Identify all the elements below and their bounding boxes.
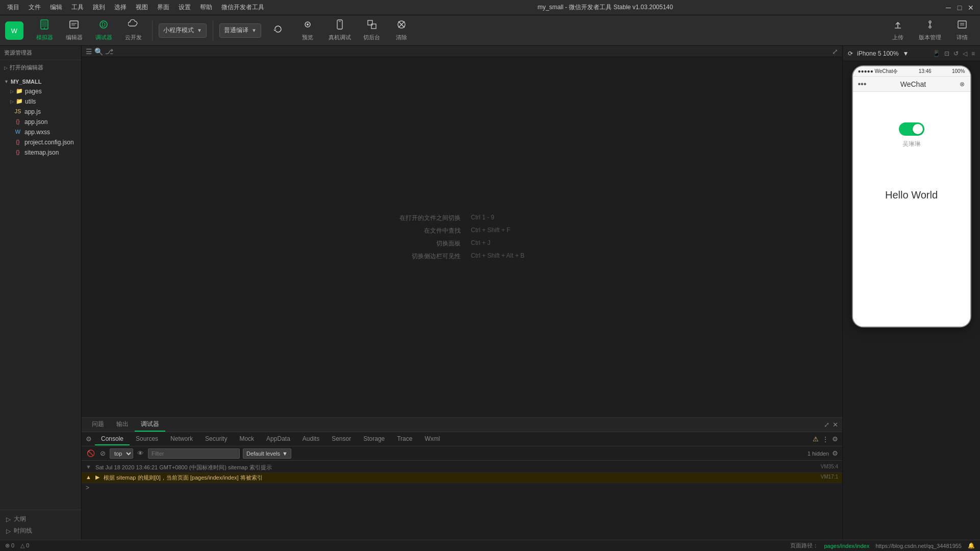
toggle-switch[interactable]: [899, 122, 924, 136]
menu-icon[interactable]: ≡: [971, 50, 975, 57]
sidebar-toggle-icon[interactable]: ☰: [86, 47, 92, 56]
sidebar-outline[interactable]: ▷ 大纲: [4, 513, 77, 525]
rotate-icon[interactable]: ⟳: [848, 50, 853, 57]
right-panel: ⟳ iPhone 5 100% ▼ 📱 ⊡ ↺ ◁ ≡ ●●●●● WeChat…: [842, 46, 980, 540]
levels-dropdown[interactable]: Default levels ▼: [243, 448, 291, 459]
devtools-tab-console[interactable]: Console: [95, 433, 130, 445]
tab-issues[interactable]: 问题: [86, 418, 110, 432]
filter-input[interactable]: [148, 448, 240, 459]
pages-folder[interactable]: ▷ 📁 pages: [6, 86, 81, 96]
sitemap-file-icon: {}: [14, 149, 21, 156]
toolbar-separator-1: [152, 20, 153, 41]
device-arrow-icon[interactable]: ▼: [902, 50, 909, 57]
compile-dropdown[interactable]: 普通编译 ▼: [219, 23, 261, 38]
phone-icon[interactable]: 📱: [933, 50, 940, 57]
details-button[interactable]: 详情: [949, 17, 975, 43]
clear-button[interactable]: 清除: [389, 17, 414, 43]
tab-debugger[interactable]: 调试器: [135, 418, 165, 432]
devtools-tab-mock[interactable]: Mock: [233, 433, 260, 445]
close-button[interactable]: ✕: [967, 4, 975, 12]
nav-back-icon[interactable]: ◁: [963, 50, 967, 57]
project-root[interactable]: ▼ MY_SMALL: [0, 77, 81, 86]
menu-select[interactable]: 选择: [112, 2, 129, 13]
cut-panel-button[interactable]: 切后台: [359, 17, 385, 43]
devtools-more-icon[interactable]: ⋮: [822, 435, 829, 443]
eye-icon[interactable]: 👁: [136, 448, 145, 458]
devtools-tab-sensor[interactable]: Sensor: [325, 433, 357, 445]
menu-settings[interactable]: 设置: [177, 2, 193, 13]
timeline-label: 时间线: [14, 527, 32, 535]
devtools-settings-icon[interactable]: ⚙: [832, 435, 838, 443]
menu-file[interactable]: 文件: [27, 2, 43, 13]
mode-arrow-icon: ▼: [197, 28, 202, 33]
file-sitemap-json[interactable]: {} sitemap.json: [6, 147, 81, 158]
devtools-icon-left[interactable]: ⚙: [86, 435, 92, 443]
tab-output[interactable]: 输出: [110, 418, 135, 432]
minimize-button[interactable]: ─: [944, 4, 952, 12]
file-app-js[interactable]: JS app.js: [6, 107, 81, 117]
file-app-json[interactable]: {} app.json: [6, 117, 81, 127]
phone-status-bar: ●●●●● WeChat令 13:46 100%: [853, 66, 970, 77]
bottom-right-icons: ⤢ ✕: [824, 421, 838, 429]
open-editors-header[interactable]: ▷ 打开的编辑器: [0, 62, 81, 73]
menu-edit[interactable]: 编辑: [48, 2, 64, 13]
real-machine-button[interactable]: 真机调试: [324, 17, 355, 43]
expand-icon[interactable]: ⤢: [832, 47, 838, 56]
close-panel-icon[interactable]: ✕: [833, 421, 838, 429]
devtools-tab-appdata[interactable]: AppData: [260, 433, 296, 445]
clear-console-icon[interactable]: 🚫: [86, 448, 96, 458]
menu-help[interactable]: 帮助: [198, 2, 214, 13]
qr-icon[interactable]: ⊡: [944, 50, 949, 57]
menu-devtools[interactable]: 微信开发者工具: [219, 2, 266, 13]
svg-text:W: W: [11, 27, 18, 35]
svg-rect-5: [70, 21, 78, 28]
titlebar-menus[interactable]: 项目 文件 编辑 工具 跳到 选择 视图 界面 设置 帮助 微信开发者工具: [5, 2, 266, 13]
page-path-label: 页面路径：: [790, 542, 818, 549]
console-settings-icon[interactable]: ⚙: [832, 449, 838, 457]
console-row-2-text: 根据 sitemap 的规则[0]，当前页面 [pages/index/inde…: [104, 474, 803, 482]
console-row-2: ▲ ▶ 根据 sitemap 的规则[0]，当前页面 [pages/index/…: [82, 473, 842, 483]
editor-button[interactable]: 编辑器: [61, 17, 87, 43]
notification-icon[interactable]: 🔔: [968, 542, 975, 549]
file-project-config[interactable]: {} project.config.json: [6, 137, 81, 147]
refresh-sim-icon[interactable]: ↺: [953, 50, 959, 57]
devtools-tab-network[interactable]: Network: [164, 433, 199, 445]
shortcut-desc-2: 在文件中查找: [399, 227, 461, 235]
devtools-tab-security[interactable]: Security: [199, 433, 233, 445]
devtools-tab-storage[interactable]: Storage: [357, 433, 391, 445]
search-icon[interactable]: 🔍: [94, 47, 103, 56]
sidebar-timeline[interactable]: ▷ 时间线: [4, 525, 77, 537]
debugger-button[interactable]: D 调试器: [91, 17, 116, 43]
menu-view[interactable]: 视图: [134, 2, 150, 13]
expand-panel-icon[interactable]: ⤢: [824, 421, 830, 429]
upload-button[interactable]: 上传: [885, 17, 911, 43]
devtools-tab-trace[interactable]: Trace: [391, 433, 418, 445]
menu-project[interactable]: 项目: [5, 2, 21, 13]
cloud-button[interactable]: 云开发: [120, 17, 146, 43]
menu-interface[interactable]: 界面: [155, 2, 171, 13]
menu-tools[interactable]: 工具: [69, 2, 86, 13]
devtools-tab-wxml[interactable]: Wxml: [418, 433, 446, 445]
refresh-button[interactable]: [265, 22, 291, 39]
simulator-button[interactable]: 模拟器: [32, 17, 57, 43]
mode-dropdown[interactable]: 小程序模式 ▼: [159, 23, 207, 38]
devtools-tab-audits[interactable]: Audits: [296, 433, 325, 445]
warnings-status: △ 0: [20, 542, 29, 549]
file-app-wxss[interactable]: W app.wxss: [6, 127, 81, 137]
device-label[interactable]: iPhone 5 100%: [857, 50, 898, 57]
refresh-icon: [273, 24, 283, 37]
source-control-icon[interactable]: ⎇: [105, 47, 113, 56]
config-file-icon: {}: [14, 139, 21, 146]
real-machine-icon: [335, 19, 345, 32]
maximize-button[interactable]: □: [956, 4, 964, 12]
preview-button[interactable]: 预览: [295, 17, 320, 43]
devtools-tab-sources[interactable]: Sources: [130, 433, 164, 445]
wechat-close-icon[interactable]: ⊗: [960, 81, 965, 88]
preserve-log-icon[interactable]: ⊘: [99, 448, 107, 458]
utils-folder[interactable]: ▷ 📁 utils: [6, 96, 81, 107]
errors-status: ⊗ 0: [5, 542, 14, 549]
wechat-more-icon[interactable]: •••: [858, 80, 867, 89]
scope-selector[interactable]: top: [110, 448, 133, 459]
version-button[interactable]: 版本管理: [915, 17, 945, 43]
menu-goto[interactable]: 跳到: [91, 2, 107, 13]
